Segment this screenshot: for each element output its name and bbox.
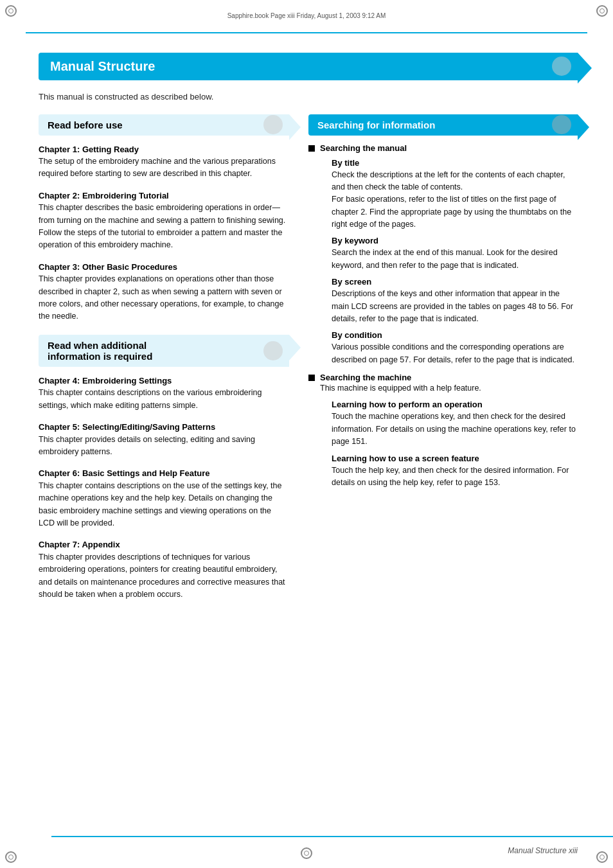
searching-machine-title: Searching the machine <box>320 373 578 382</box>
by-keyword-label: By keyword <box>332 236 578 245</box>
right-column: Searching for information Searching the … <box>308 114 578 610</box>
learning-screen-body: Touch the help key, and then check for t… <box>332 465 578 490</box>
by-screen-body: Descriptions of the keys and other infor… <box>332 288 578 325</box>
page: Sapphire.book Page xiii Friday, August 1… <box>0 0 613 868</box>
searching-machine-intro: This machine is equipped with a help fea… <box>320 382 578 394</box>
chapter-1-body: The setup of the embroidery machine and … <box>39 155 289 181</box>
chapter-2-body: This chapter describes the basic embroid… <box>39 202 289 252</box>
learning-screen-label: Learning how to use a screen feature <box>332 454 578 463</box>
searching-for-info-title: Searching for information <box>317 120 435 130</box>
read-before-use-title: Read before use <box>48 120 123 130</box>
learning-operation-block: Learning how to perform an operation Tou… <box>320 400 578 448</box>
page-footer: Manual Structure xiii <box>508 846 578 855</box>
chapter-4-body: This chapter contains descriptions on th… <box>39 387 289 412</box>
chapter-3-title: Chapter 3: Other Basic Procedures <box>39 261 289 274</box>
page-meta: Sapphire.book Page xiii Friday, August 1… <box>227 12 386 19</box>
by-condition-label: By condition <box>332 330 578 340</box>
corner-mark-bl <box>5 851 17 863</box>
searching-machine-content: Searching the machine This machine is eq… <box>320 373 578 489</box>
learning-operation-body: Touch the machine operations key, and th… <box>332 411 578 448</box>
chapter-5-block: Chapter 5: Selecting/Editing/Saving Patt… <box>39 421 289 458</box>
by-title-block: By title Check the descriptions at the l… <box>320 158 578 231</box>
searching-manual-item: Searching the manual By title Check the … <box>308 143 578 367</box>
manual-structure-title: Manual Structure <box>50 59 155 73</box>
corner-mark-br <box>596 851 608 863</box>
bullet-square-manual <box>308 145 315 152</box>
chapter-6-body: This chapter contains descriptions on th… <box>39 480 289 530</box>
chapter-1-title: Chapter 1: Getting Ready <box>39 143 289 156</box>
chapter-6-title: Chapter 6: Basic Settings and Help Featu… <box>39 467 289 480</box>
chapter-5-title: Chapter 5: Selecting/Editing/Saving Patt… <box>39 421 289 434</box>
chapter-1-block: Chapter 1: Getting Ready The setup of th… <box>39 143 289 181</box>
by-keyword-block: By keyword Search the index at the end o… <box>320 236 578 272</box>
bullet-square-machine <box>308 375 315 381</box>
chapter-3-block: Chapter 3: Other Basic Procedures This c… <box>39 261 289 323</box>
by-condition-block: By condition Various possible conditions… <box>320 330 578 366</box>
chapter-7-block: Chapter 7: Appendix This chapter provide… <box>39 538 289 601</box>
corner-mark-tr <box>596 5 608 17</box>
chapter-3-body: This chapter provides explanations on op… <box>39 273 289 323</box>
chapter-2-title: Chapter 2: Embroidering Tutorial <box>39 190 289 202</box>
searching-machine-item: Searching the machine This machine is eq… <box>308 373 578 489</box>
chapter-7-body: This chapter provides descriptions of te… <box>39 551 289 601</box>
by-title-label: By title <box>332 158 578 168</box>
by-condition-body: Various possible conditions and the corr… <box>332 341 578 366</box>
manual-structure-header: Manual Structure <box>39 53 578 80</box>
by-screen-block: By screen Descriptions of the keys and o… <box>320 277 578 325</box>
by-keyword-body: Search the index at the end of this manu… <box>332 247 578 272</box>
chapter-7-title: Chapter 7: Appendix <box>39 538 289 551</box>
manual-structure-subtitle: This manual is constructed as described … <box>39 92 578 102</box>
searching-manual-title: Searching the manual <box>320 143 578 153</box>
by-screen-label: By screen <box>332 277 578 287</box>
chapter-2-block: Chapter 2: Embroidering Tutorial This ch… <box>39 190 289 252</box>
read-before-use-header: Read before use <box>39 114 289 136</box>
two-column-layout: Read before use Chapter 1: Getting Ready… <box>39 114 578 610</box>
chapter-5-body: This chapter provides details on selecti… <box>39 434 289 459</box>
bottom-center-mark <box>301 847 312 859</box>
main-content: Manual Structure This manual is construc… <box>0 33 613 636</box>
read-additional-header: Read when additionalinformation is requi… <box>39 335 289 367</box>
chapter-4-title: Chapter 4: Embroidering Settings <box>39 375 289 387</box>
chapter-6-block: Chapter 6: Basic Settings and Help Featu… <box>39 467 289 529</box>
learning-screen-block: Learning how to use a screen feature Tou… <box>320 454 578 490</box>
searching-for-info-header: Searching for information <box>308 114 578 136</box>
learning-operation-label: Learning how to perform an operation <box>332 400 578 409</box>
chapter-4-block: Chapter 4: Embroidering Settings This ch… <box>39 375 289 412</box>
corner-mark-tl <box>5 5 17 17</box>
searching-manual-content: Searching the manual By title Check the … <box>320 143 578 367</box>
left-column: Read before use Chapter 1: Getting Ready… <box>39 114 289 610</box>
by-title-body: Check the descriptions at the left for t… <box>332 169 578 231</box>
read-additional-title: Read when additionalinformation is requi… <box>48 340 152 362</box>
